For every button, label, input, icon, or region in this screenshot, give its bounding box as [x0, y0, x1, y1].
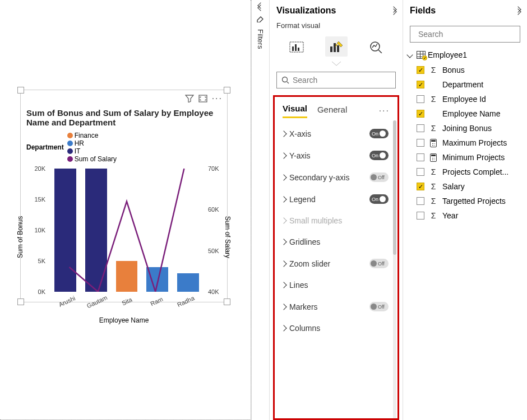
field-department[interactable]: ✓Department	[403, 77, 527, 92]
field-bonus[interactable]: ✓ΣBonus	[403, 63, 527, 77]
chart-title: Sum of Bonus and Sum of Salary by Employ…	[21, 107, 227, 129]
report-canvas[interactable]: ··· Sum of Bonus and Sum of Salary by Em…	[0, 0, 251, 420]
checkbox[interactable]: ✓	[417, 81, 424, 88]
toggle-off[interactable]: Off	[369, 172, 389, 182]
format-markers[interactable]: MarkersOff	[278, 296, 392, 318]
field-label: Maximum Projects	[442, 138, 507, 147]
format-gridlines[interactable]: Gridlines	[278, 231, 392, 253]
field-employee-name[interactable]: ✓Employee Name	[403, 106, 527, 121]
format-lines[interactable]: Lines	[278, 274, 392, 296]
svg-rect-4	[298, 48, 299, 51]
toggle-on[interactable]: On	[369, 194, 389, 204]
checkbox[interactable]	[417, 95, 424, 103]
format-columns[interactable]: Columns	[278, 318, 392, 339]
fields-search-field[interactable]	[418, 30, 516, 39]
filter-icon[interactable]	[185, 94, 194, 104]
svg-rect-3	[295, 44, 297, 51]
calculator-icon	[429, 153, 438, 162]
y-axis-title: Sum of Bonus	[16, 216, 24, 258]
format-visual-label: Format visual	[270, 21, 403, 32]
general-subtab[interactable]: General	[317, 105, 347, 118]
checkbox[interactable]	[417, 197, 424, 205]
collapse-fields-icon[interactable]	[516, 8, 520, 13]
format-legend[interactable]: LegendOn	[278, 188, 392, 210]
format-visual-tab[interactable]	[325, 36, 348, 57]
field-minimum-projects[interactable]: Minimum Projects	[403, 150, 527, 165]
sigma-icon: Σ	[429, 167, 438, 176]
chevron-right-icon	[280, 304, 286, 310]
field-label: Salary	[442, 182, 465, 191]
table-node[interactable]: ✓ Employee1	[403, 47, 527, 63]
more-options-icon[interactable]: ···	[212, 94, 223, 104]
fields-search-input[interactable]	[410, 26, 520, 43]
sigma-icon: Σ	[429, 197, 438, 206]
field-label: Bonus	[442, 66, 465, 74]
toggle-on[interactable]: On	[369, 151, 389, 160]
filters-pane-collapsed[interactable]: Filters	[251, 0, 269, 420]
visualizations-header: Visualizations	[276, 6, 336, 16]
checkbox[interactable]: ✓	[417, 183, 424, 190]
field-employee-id[interactable]: ΣEmployee Id	[403, 92, 527, 106]
checkbox[interactable]: ✓	[417, 110, 424, 118]
toggle-off[interactable]: Off	[369, 302, 389, 311]
checkbox[interactable]	[417, 124, 424, 132]
chevron-right-icon	[280, 152, 286, 158]
subtab-more-icon[interactable]: ···	[379, 106, 390, 116]
format-small-multiples: Small multiples	[278, 210, 392, 231]
toggle-off[interactable]: Off	[369, 259, 389, 268]
field-label: Department	[442, 80, 483, 89]
format-secondary-y-axis[interactable]: Secondary y-axisOff	[278, 166, 392, 188]
visualizations-pane: Visualizations Format visual Visual Gene…	[269, 0, 403, 420]
checkbox[interactable]	[417, 153, 424, 161]
expand-filters-icon[interactable]	[258, 4, 263, 9]
field-projects-complet-[interactable]: ΣProjects Complet...	[403, 165, 527, 179]
checkbox[interactable]	[417, 139, 424, 147]
sigma-icon: Σ	[429, 211, 438, 220]
eraser-icon[interactable]	[256, 13, 265, 25]
analytics-tab[interactable]	[365, 36, 387, 57]
chart-visual-container[interactable]: ··· Sum of Bonus and Sum of Salary by Em…	[20, 90, 228, 302]
sigma-icon: Σ	[429, 95, 438, 104]
field-maximum-projects[interactable]: Maximum Projects	[403, 136, 527, 150]
field-targetted-projects[interactable]: ΣTargetted Projects	[403, 194, 527, 208]
chevron-right-icon	[280, 282, 286, 288]
field-year[interactable]: ΣYear	[403, 208, 527, 223]
field-label: Targetted Projects	[442, 197, 506, 206]
format-search-input[interactable]	[276, 72, 396, 88]
format-search-field[interactable]	[293, 76, 391, 85]
collapse-viz-icon[interactable]	[391, 8, 396, 13]
x-axis-title: Employee Name	[21, 316, 227, 324]
svg-rect-0	[199, 95, 207, 102]
focus-mode-icon[interactable]	[198, 94, 207, 104]
format-zoom-slider[interactable]: Zoom sliderOff	[278, 253, 392, 274]
fields-pane: Fields ✓ Employee1 ✓ΣBonus✓DepartmentΣEm…	[403, 0, 527, 420]
chevron-right-icon	[280, 260, 286, 267]
legend-title: Department	[26, 143, 64, 151]
toggle-on[interactable]: On	[369, 129, 389, 138]
fields-header: Fields	[410, 6, 436, 16]
chevron-down-icon	[406, 52, 413, 58]
checkbox[interactable]	[417, 168, 424, 176]
calculator-icon	[429, 139, 438, 147]
format-x-axis[interactable]: X-axisOn	[278, 123, 392, 144]
field-label: Employee Id	[442, 95, 486, 104]
table-name: Employee1	[428, 50, 467, 59]
sigma-icon: Σ	[429, 66, 438, 74]
table-icon: ✓	[417, 51, 426, 59]
checkbox[interactable]: ✓	[417, 66, 424, 74]
sigma-icon: Σ	[429, 124, 438, 133]
field-label: Joining Bonus	[442, 124, 492, 133]
visual-subtab[interactable]: Visual	[283, 104, 307, 118]
build-visual-tab[interactable]	[285, 36, 308, 57]
field-label: Year	[442, 211, 458, 220]
chevron-right-icon	[280, 196, 286, 202]
scrollbar-thumb[interactable]	[393, 120, 396, 255]
field-joining-bonus[interactable]: ΣJoining Bonus	[403, 121, 527, 136]
svg-point-9	[283, 77, 288, 82]
format-y-axis[interactable]: Y-axisOn	[278, 144, 392, 166]
svg-rect-6	[334, 43, 336, 52]
field-salary[interactable]: ✓ΣSalary	[403, 179, 527, 194]
checkbox[interactable]	[417, 212, 424, 220]
field-label: Projects Complet...	[442, 167, 508, 176]
chevron-right-icon	[280, 130, 286, 137]
